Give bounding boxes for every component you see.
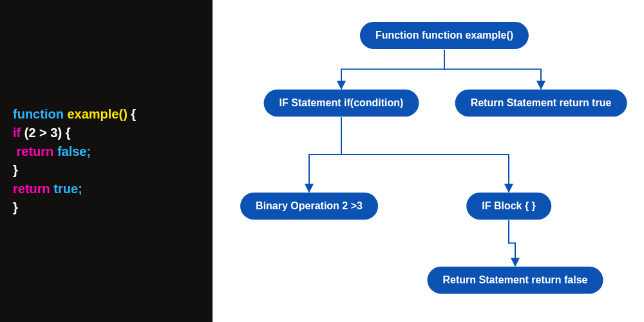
code-token: false; [53, 144, 91, 158]
code-line: return true; [13, 180, 136, 198]
code-panel: function example() {if (2 > 3) { return … [0, 0, 213, 322]
code-block: function example() {if (2 > 3) { return … [13, 105, 136, 217]
code-line: } [13, 198, 136, 217]
code-token: true; [50, 182, 82, 196]
diagram-edge [444, 50, 541, 89]
diagram-edge [341, 50, 444, 89]
code-token: } [13, 200, 18, 214]
diagram-edge [341, 117, 509, 192]
code-token: (2 > 3) { [21, 126, 70, 140]
code-token: { [128, 107, 136, 121]
code-line: return false; [13, 142, 136, 161]
diagram-node-if: IF Statement if(condition) [264, 90, 419, 117]
diagram-edge [509, 220, 515, 266]
diagram-node-rett: Return Statement return true [455, 90, 627, 117]
code-line: function example() { [13, 105, 136, 124]
code-token: return [13, 144, 53, 158]
diagram-node-binop: Binary Operation 2 >3 [240, 193, 378, 220]
code-line: } [13, 161, 136, 180]
diagram-panel: Function function example()IF Statement … [213, 0, 644, 322]
code-token: function [13, 107, 64, 121]
code-token: return [13, 182, 50, 196]
code-token: } [13, 163, 18, 177]
diagram-edge [309, 117, 341, 192]
code-token: example() [67, 107, 127, 121]
diagram-node-ifblk: IF Block { } [466, 193, 551, 220]
code-token: if [13, 126, 21, 140]
diagram-node-retf: Return Statement return false [428, 267, 603, 294]
diagram-node-fn: Function function example() [360, 22, 529, 49]
code-line: if (2 > 3) { [13, 124, 136, 142]
